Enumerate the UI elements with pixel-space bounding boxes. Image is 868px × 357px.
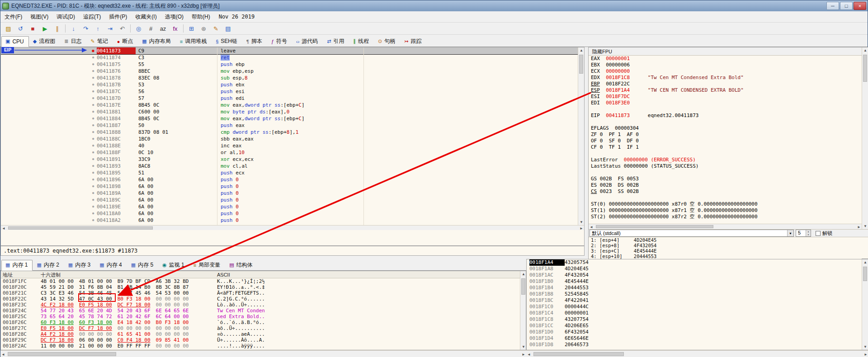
register-row[interactable]: EDX 0018F1C8 "Tw Cen MT Condensed Extra … (589, 75, 862, 81)
stack-row[interactable]: 0018F1A443205754 (527, 259, 868, 266)
stack-row[interactable]: 0018F1B04E45444E (527, 278, 868, 285)
stack-row[interactable]: 0018F1D06F432054 (527, 329, 868, 335)
stack-argument-row[interactable]: 2: [esp+8] 4F432054 (589, 243, 862, 248)
instruction-dot[interactable]: ● (90, 108, 97, 115)
restart-button[interactable]: ↺ (15, 23, 26, 34)
run-button[interactable]: ▶ (39, 23, 51, 34)
tab-handles[interactable]: ⊙句柄 (374, 36, 400, 47)
register-row[interactable] (589, 169, 862, 176)
instruction-dot[interactable]: ● (90, 183, 97, 190)
registers-pane[interactable]: 隐藏FPU EAX 00000001EBX 00000006ECX 000000… (588, 47, 868, 259)
instruction-dot[interactable]: ● (90, 68, 97, 75)
register-row[interactable]: EBX 00000006 (589, 62, 862, 68)
book-button[interactable]: ▤ (222, 23, 234, 34)
stack-row[interactable]: 0018F1B852545845 (527, 291, 868, 297)
scroll-up-icon[interactable]: ▲ (862, 48, 868, 52)
instruction-dot[interactable]: ● (90, 203, 97, 210)
stack-argument-row[interactable]: 3: [esp+C] 4E45444E (589, 248, 862, 254)
scroll-right-icon[interactable]: ► (857, 225, 861, 229)
register-row[interactable]: OF 0 SF 0 DF 0 (589, 138, 862, 144)
hide-fpu-button[interactable]: 隐藏FPU (589, 47, 862, 56)
menu-item[interactable]: 插件(P) (105, 12, 131, 22)
disasm-row[interactable]: ●0041187E8B45 0Cmov eax,dword ptr ss:[eb… (1, 102, 579, 108)
arg-count-spinner[interactable]: 5 ▴▾ (796, 230, 811, 237)
disasm-row[interactable]: ●004118986A 00push 0 (1, 183, 579, 190)
dump-row[interactable]: 0018F27CE0 F5 18 00DC F7 18 0000 00 00 0… (1, 325, 526, 331)
disasm-vscrollbar[interactable]: ▲ ▼ (578, 47, 584, 225)
instruction-dot[interactable]: ● (90, 176, 97, 183)
disasm-row[interactable]: ●004118A06A 00push 0 (1, 210, 579, 217)
instruction-dot[interactable]: ● (90, 217, 97, 224)
scroll-thumb[interactable] (596, 225, 713, 228)
dump-row[interactable]: 0018F26C60 F3 18 0060 F3 18 00E4 18 42 0… (1, 319, 526, 325)
menu-item[interactable]: 帮助(H) (188, 12, 214, 22)
dump-row[interactable]: 0018F21CC3 3C E3 4654 3B 46 4554 47 45 4… (1, 290, 526, 296)
menu-item[interactable]: 视图(V) (26, 12, 52, 22)
menu-item[interactable]: 选项(O) (161, 12, 188, 22)
stack-row[interactable]: 0018F1C843207754 (527, 316, 868, 323)
goto-button[interactable]: ◎ (133, 23, 144, 34)
dump-row[interactable]: 0018F22C43 14 32 5D47 0C 43 00B0 F3 18 0… (1, 296, 526, 302)
register-row[interactable]: ZF 0 PF 1 AF 0 (589, 132, 862, 138)
back-button[interactable]: ↶ (117, 23, 128, 34)
instruction-dot[interactable]: ● (90, 210, 97, 217)
dump-hscrollbar[interactable]: ◄ ► (0, 350, 526, 357)
instruction-dot[interactable]: ● (90, 156, 97, 163)
hash-button[interactable]: # (145, 23, 156, 34)
register-row[interactable]: EAX 00000001 (589, 56, 862, 62)
disasm-row[interactable]: ●004118848B45 0Cmov eax,dword ptr ss:[eb… (1, 115, 579, 122)
disasm-row[interactable]: ●0041189551push ecx (1, 169, 579, 176)
tab-references[interactable]: ⇄引用 (323, 36, 349, 47)
memory-dump-pane[interactable]: 地址 十六进制 ASCII 0018F1FC4B 01 00 004B 01 0… (0, 271, 526, 350)
case-button[interactable]: az (157, 23, 169, 34)
stack-row[interactable]: 0018F1B420444553 (527, 285, 868, 291)
minimize-button[interactable]: ─ (826, 2, 839, 10)
register-row[interactable]: ESI 0018F7DC (589, 94, 862, 100)
run-to-user-code-button[interactable]: ⇥ (104, 23, 116, 34)
register-row[interactable]: LastError 00000000 (ERROR_SUCCESS) (589, 157, 862, 163)
tab-struct[interactable]: ▤结构体 (225, 260, 257, 271)
dump-vscrollbar[interactable]: ▲ ▼ (520, 271, 526, 350)
tab-notes[interactable]: ✎笔记 (86, 36, 113, 47)
disasm-row[interactable]: ●0041187883EC 08sub esp,8 (1, 75, 579, 81)
tab-cpu[interactable]: ▣CPU (1, 36, 29, 47)
disasm-row[interactable]: ●00411881C600 00mov byte ptr ds:[eax],0 (1, 108, 579, 115)
open-file-button[interactable]: ▨ (3, 23, 14, 34)
instruction-dot[interactable]: ● (90, 142, 97, 149)
tab-watch-1[interactable]: ◉监视 1 (158, 260, 189, 271)
scroll-thumb[interactable] (579, 55, 583, 74)
scroll-down-icon[interactable]: ▼ (862, 224, 868, 228)
tab-dump-5[interactable]: ▦内存 5 (127, 260, 158, 271)
step-out-button[interactable]: ↑ (92, 23, 104, 34)
disasm-row[interactable]: ●0041187555push ebp (1, 61, 579, 68)
settings-button[interactable]: ⊛ (198, 23, 209, 34)
dump-row[interactable]: 0018F23C4C F2 18 00E0 F5 18 00DC F7 18 0… (1, 302, 526, 308)
menu-item[interactable]: 调试(D) (52, 12, 79, 22)
dump-row[interactable]: 0018F24C54 77 20 4365 6E 20 4D54 20 43 6… (1, 308, 526, 314)
disasm-row[interactable]: ●0041189A6A 00push 0 (1, 190, 579, 197)
disasm-row[interactable]: ●0041188F0C 10or al,10 (1, 149, 579, 156)
tab-dump-4[interactable]: ▦内存 4 (95, 260, 127, 271)
registers-hscrollbar[interactable]: ◄ ► (589, 224, 862, 229)
disasm-row[interactable]: ●00411888837D 08 01cmp dword ptr ss:[ebp… (1, 129, 579, 136)
tab-dump-1[interactable]: ▦内存 1 (1, 260, 33, 271)
step-over-button[interactable]: ↷ (80, 23, 91, 34)
scroll-thumb[interactable] (521, 278, 525, 295)
disasm-row[interactable]: ●004118938AC8mov cl,al (1, 163, 579, 169)
instruction-dot[interactable]: ● (90, 81, 97, 88)
register-row[interactable]: ECX 00000000 (589, 68, 862, 75)
instruction-dot[interactable]: ● (90, 102, 97, 108)
instruction-dot[interactable]: ● (90, 129, 97, 136)
scroll-down-icon[interactable]: ▼ (578, 220, 585, 224)
disasm-row[interactable]: ●004118966A 00push 0 (1, 176, 579, 183)
stack-row[interactable]: 0018F1AC4F432054 (527, 272, 868, 278)
step-into-button[interactable]: ↓ (68, 23, 79, 34)
register-row[interactable]: ST(0) 00000000000000000000 x87r0 空 0.000… (589, 201, 862, 207)
scroll-down-icon[interactable]: ▼ (862, 345, 868, 349)
register-row[interactable]: LastStatus 00000000 (STATUS_SUCCESS) (589, 163, 862, 169)
instruction-dot[interactable]: ● (90, 169, 97, 176)
scroll-thumb[interactable] (863, 55, 867, 82)
stack-row[interactable]: 0018F1C00000444C (527, 304, 868, 310)
register-row[interactable]: GS 002B FS 0053 (589, 176, 862, 182)
calling-convention-select[interactable]: 默认 (stdcall) ▼ (590, 230, 794, 237)
